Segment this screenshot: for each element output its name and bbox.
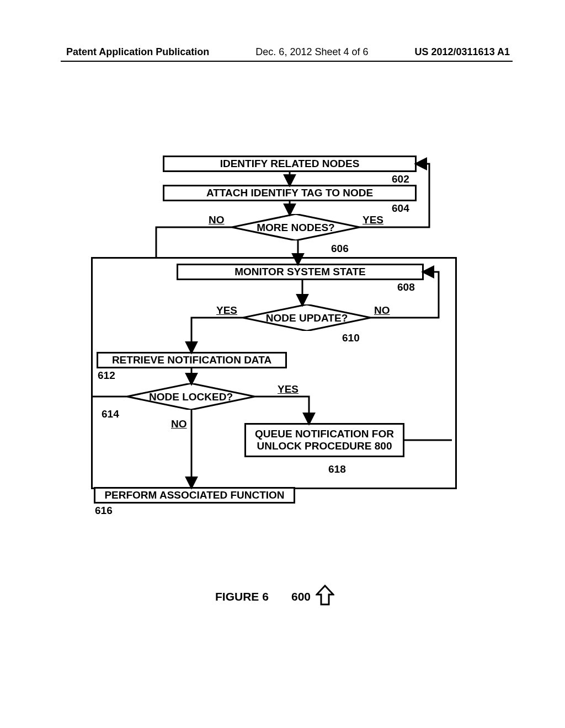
ref-602: 602: [392, 173, 409, 185]
ref-612: 612: [98, 370, 115, 382]
edge-610-yes: YES: [216, 304, 237, 317]
ref-610: 610: [342, 332, 360, 344]
step-606: MORE NODES?: [232, 214, 360, 240]
step-618-label: QUEUE NOTIFICATION FOR UNLOCK PROCEDURE …: [249, 428, 399, 452]
step-610-label: NODE UPDATE?: [243, 312, 371, 324]
step-616-label: PERFORM ASSOCIATED FUNCTION: [104, 489, 284, 501]
edge-614-yes: YES: [278, 383, 299, 395]
ref-616: 616: [95, 505, 113, 517]
step-604-label: ATTACH IDENTIFY TAG TO NODE: [206, 187, 373, 199]
step-606-label: MORE NODES?: [232, 222, 360, 234]
step-610: NODE UPDATE?: [243, 304, 371, 331]
edge-606-no: NO: [209, 214, 225, 226]
edge-610-no: NO: [374, 304, 390, 317]
figure-caption: FIGURE 6: [215, 590, 269, 603]
step-604: ATTACH IDENTIFY TAG TO NODE: [163, 185, 417, 201]
step-614: NODE LOCKED?: [127, 383, 255, 410]
figure-up-arrow-icon: [316, 585, 334, 607]
step-618: QUEUE NOTIFICATION FOR UNLOCK PROCEDURE …: [244, 423, 404, 457]
ref-604: 604: [392, 202, 409, 215]
ref-608: 608: [397, 281, 415, 293]
step-612-label: RETRIEVE NOTIFICATION DATA: [112, 354, 271, 366]
step-612: RETRIEVE NOTIFICATION DATA: [97, 352, 287, 368]
ref-606: 606: [331, 243, 349, 255]
figure-number: 600: [291, 590, 311, 603]
edge-606-yes: YES: [363, 214, 383, 226]
step-602-label: IDENTIFY RELATED NODES: [220, 158, 360, 170]
step-602: IDENTIFY RELATED NODES: [163, 156, 417, 172]
step-616: PERFORM ASSOCIATED FUNCTION: [94, 487, 295, 504]
flowchart: IDENTIFY RELATED NODES 602 ATTACH IDENTI…: [0, 0, 565, 728]
step-614-label: NODE LOCKED?: [127, 391, 255, 403]
step-608-label: MONITOR SYSTEM STATE: [234, 266, 366, 278]
ref-614: 614: [102, 408, 119, 420]
step-608: MONITOR SYSTEM STATE: [177, 264, 424, 280]
figure-label: FIGURE 6: [215, 590, 269, 603]
edge-614-no: NO: [171, 418, 187, 430]
ref-618: 618: [328, 463, 346, 475]
